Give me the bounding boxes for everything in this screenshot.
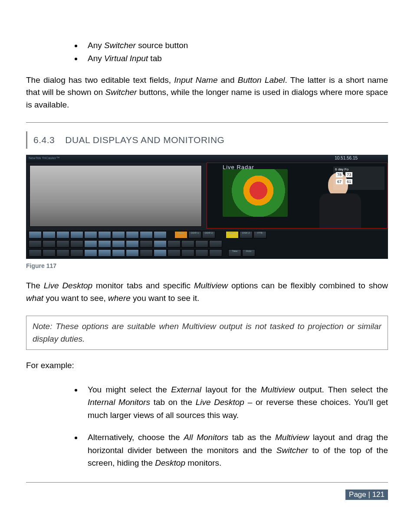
tab-dsk2[interactable]: DSK 2	[240, 231, 253, 238]
switcher-button[interactable]	[154, 240, 167, 248]
switcher-button[interactable]	[56, 231, 69, 238]
temp-2: 67	[336, 179, 343, 184]
screenshot-figure: NewTek TriCaster™ 10.51.56.15 Program Li…	[26, 155, 388, 259]
text: options can be flexibly combined to show	[228, 281, 388, 290]
switcher-button[interactable]	[43, 249, 56, 257]
switcher-button[interactable]	[209, 240, 222, 248]
preview-monitor	[30, 165, 202, 227]
note-text: Note: These options are suitable when Mu…	[33, 322, 381, 343]
emph: Virtual Input	[104, 54, 148, 63]
note-box: Note: These options are suitable when Mu…	[26, 316, 388, 350]
tab-mem[interactable]: MEM	[174, 231, 187, 238]
switcher-button[interactable]	[84, 240, 97, 248]
text: monitor tabs and specific	[92, 281, 194, 290]
emph: Input Name	[174, 75, 217, 85]
radar-graphic	[223, 169, 288, 217]
switcher-button[interactable]	[70, 240, 83, 248]
emph: where	[108, 294, 131, 303]
auto-button[interactable]: Auto	[242, 249, 255, 257]
temp-3: 61	[345, 179, 352, 184]
switcher-button[interactable]	[195, 240, 208, 248]
page-number: Page | 121	[345, 490, 388, 500]
switcher-button[interactable]	[154, 231, 167, 238]
preview-image	[30, 166, 201, 226]
text: you want to see,	[43, 294, 108, 303]
take-button[interactable]: Take	[228, 249, 241, 257]
switcher-button[interactable]	[126, 249, 139, 257]
emph: Switcher	[276, 446, 308, 455]
text: The	[26, 281, 44, 290]
switcher-button[interactable]	[56, 249, 69, 257]
bullet-virtual-input: Any Virtual Input tab	[82, 52, 388, 65]
switcher-button[interactable]	[56, 240, 69, 248]
document-page: Any Switcher source button Any Virtual I…	[0, 0, 414, 517]
temp-1: 73	[345, 172, 352, 177]
text: and	[218, 75, 238, 85]
switcher-button[interactable]	[43, 231, 56, 238]
emph: Multiview	[261, 385, 295, 394]
paragraph-live-desktop: The Live Desktop monitor tabs and specif…	[26, 280, 388, 304]
switcher-button[interactable]	[181, 240, 194, 248]
switcher-button[interactable]	[112, 240, 125, 248]
emph: Desktop	[155, 458, 185, 467]
emph: Live Desktop	[44, 281, 92, 290]
text: layout for the	[201, 385, 261, 394]
switcher-button[interactable]	[168, 240, 181, 248]
example-2: Alternatively, choose the All Monitors t…	[82, 431, 388, 469]
switcher-button[interactable]	[181, 249, 194, 257]
program-monitor: Live Radar 6 day Fo 78 73 67 61	[207, 163, 388, 228]
switcher-button[interactable]	[70, 249, 83, 257]
switcher-button[interactable]	[209, 249, 222, 257]
switcher-button[interactable]	[84, 231, 97, 238]
emph: Switcher	[105, 88, 137, 97]
tab-ddr2[interactable]: DDR 2	[202, 231, 215, 238]
text: tab as the	[228, 433, 275, 442]
switcher-button[interactable]	[112, 249, 125, 257]
presenter-body	[319, 193, 361, 228]
text: source button	[136, 41, 188, 50]
switcher-button[interactable]	[98, 240, 111, 248]
text: You might select the	[88, 385, 171, 394]
switcher-button[interactable]	[140, 231, 153, 238]
switcher-button[interactable]	[29, 249, 42, 257]
text: output. Then select the	[295, 385, 388, 394]
top-bullet-list: Any Switcher source button Any Virtual I…	[26, 39, 388, 65]
switcher-button[interactable]	[98, 249, 111, 257]
switcher-button[interactable]	[168, 249, 181, 257]
app-title: NewTek TriCaster™	[29, 156, 59, 160]
switcher-button[interactable]	[112, 231, 125, 238]
switcher-button[interactable]	[70, 231, 83, 238]
tab-ftb[interactable]: FTB	[253, 231, 266, 238]
text: Alternatively, choose the	[88, 433, 184, 442]
switcher-button[interactable]	[29, 240, 42, 248]
row-utility: MEM DDR 1 DDR 2 DSK 1 DSK 2 FTB	[26, 230, 388, 239]
paragraph-dialog: The dialog has two editable text fields,…	[26, 74, 388, 111]
switcher-button[interactable]	[98, 231, 111, 238]
bullet-switcher: Any Switcher source button	[82, 39, 388, 52]
section-divider	[26, 122, 388, 123]
emph: Internal Monitors	[88, 398, 150, 407]
text: monitors.	[185, 458, 221, 467]
switcher-button[interactable]	[43, 240, 56, 248]
switcher-button[interactable]	[126, 231, 139, 238]
switcher-button[interactable]	[29, 231, 42, 238]
example-intro: For example:	[26, 359, 388, 372]
tab-ddr1[interactable]: DDR 1	[188, 231, 201, 238]
switcher-button[interactable]	[154, 249, 167, 257]
switcher-button[interactable]	[84, 249, 97, 257]
emph: Multiview	[275, 433, 309, 442]
switcher-button[interactable]	[140, 249, 153, 257]
figure-caption: Figure 117	[26, 262, 388, 269]
switcher-button[interactable]	[195, 249, 208, 257]
text: The dialog has two editable text fields,	[26, 75, 174, 85]
temp-0: 78	[336, 172, 343, 177]
tab-dsk1[interactable]: DSK 1	[226, 231, 239, 238]
app-titlebar: NewTek TriCaster™ 10.51.56.15	[26, 155, 388, 163]
text: you want to see it.	[131, 294, 199, 303]
emph: Multiview	[194, 281, 228, 290]
clock: 10.51.56.15	[335, 156, 358, 160]
switcher-button[interactable]	[126, 240, 139, 248]
text: tab on the	[150, 398, 196, 407]
emph: Live Desktop	[196, 398, 244, 407]
switcher-button[interactable]	[140, 240, 153, 248]
